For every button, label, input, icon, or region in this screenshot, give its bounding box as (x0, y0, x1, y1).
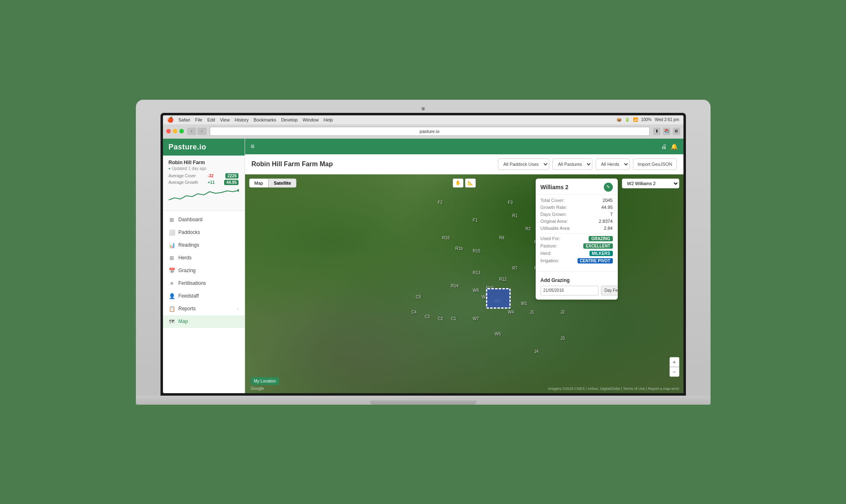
paddock-selector-dropdown[interactable]: W2 Williams 2 (622, 179, 679, 188)
selected-paddock-w2[interactable] (486, 288, 511, 309)
zoom-in-button[interactable]: + (669, 357, 679, 367)
paddock-label-w7: W7 (473, 316, 479, 321)
avg-growth-change: +11 (208, 180, 215, 185)
map-icon: 🗺 (169, 318, 175, 325)
paddock-label-r12: R12 (499, 277, 507, 282)
grazing-icon: 📅 (169, 268, 175, 274)
close-button[interactable] (166, 129, 171, 133)
browser-chrome: ‹ › pasture.io ⬆ 📚 ⚙ (163, 124, 683, 139)
ruler-tool-button[interactable]: 📐 (465, 179, 476, 188)
hand-tool-button[interactable]: ✋ (453, 179, 463, 188)
screen-bezel: 🍎 Safari File Edit View History Bookmark… (160, 113, 686, 396)
original-area-label: Original Area: (541, 219, 568, 224)
paddock-label-j1: J1 (530, 310, 534, 314)
growth-rate-value: 44.95 (601, 205, 613, 210)
readings-label: Readings (179, 242, 199, 248)
sidebar-item-reports[interactable]: 📋 Reports ‹ (163, 302, 245, 315)
fullscreen-button[interactable] (179, 129, 184, 133)
paddock-uses-filter[interactable]: All Paddock Uses (498, 158, 549, 170)
import-geojson-button[interactable]: Import GeoJSON (633, 158, 676, 170)
map-zoom-controls: + − (669, 357, 679, 377)
paddock-label-c5: C5 (416, 295, 421, 299)
sidebar-item-map[interactable]: 🗺 Map (163, 315, 245, 328)
total-cover-label: Total Cover: (541, 198, 565, 203)
reports-arrow: ‹ (237, 307, 238, 311)
herds-filter[interactable]: All Herds (596, 158, 630, 170)
sidebar-item-readings[interactable]: 📊 Readings (163, 239, 245, 252)
apple-icon[interactable]: 🍎 (167, 117, 174, 123)
feedstaff-icon: 👤 (169, 293, 175, 299)
original-area-row: Original Area: 2.8374 (541, 219, 613, 224)
paddock-label-c1: C1 (451, 316, 456, 321)
bookmark-icon[interactable]: 📚 (663, 128, 670, 135)
add-grazing-row: Day Feed Add (541, 286, 613, 296)
sidebar-item-fertilisations[interactable]: ≡ Fertilisations (163, 277, 245, 290)
history-menu[interactable]: History (235, 117, 249, 122)
tab-satellite[interactable]: Satellite (268, 179, 296, 188)
grazing-type-select[interactable]: Day Feed (601, 286, 618, 296)
sidebar-item-feedstaff[interactable]: 👤 Feedstaff (163, 290, 245, 302)
growth-rate-row: Growth Rate: 44.95 (541, 205, 613, 210)
used-for-value: GRAZING (589, 236, 612, 241)
avg-cover-change: -32 (208, 174, 213, 178)
herd-label: Herd: (541, 251, 552, 256)
paddock-label-c4: C4 (411, 310, 417, 314)
forward-button[interactable]: › (197, 128, 206, 135)
farm-updated: ● Updated 1 day ago (169, 166, 239, 171)
view-menu[interactable]: View (220, 117, 230, 122)
help-menu[interactable]: Help (323, 117, 333, 122)
hamburger-menu[interactable]: ≡ (251, 143, 254, 150)
panel-edit-button[interactable]: ✎ (604, 183, 613, 192)
map-label: Map (179, 318, 188, 324)
update-text: Updated 1 day ago (172, 166, 206, 171)
notification-icon[interactable]: 🔔 (671, 143, 678, 150)
sidebar-logo: Pasture.io (163, 139, 245, 156)
paddock-label-r16: R16 (442, 236, 449, 240)
paddock-label-r15: R15 (473, 249, 480, 253)
paddock-label-f1: F1 (473, 218, 478, 222)
sidebar-item-dashboard[interactable]: ⊞ Dashboard (163, 213, 245, 226)
paddock-label-f3: F3 (508, 200, 513, 205)
develop-menu[interactable]: Develop (281, 117, 298, 122)
grazing-date-input[interactable] (541, 286, 598, 296)
sidebar-item-paddocks[interactable]: ⬜ Paddocks (163, 226, 245, 239)
print-icon[interactable]: 🖨 (661, 143, 667, 150)
map-view: Map Satellite ✋ 📐 (245, 174, 683, 393)
zoom-out-button[interactable]: − (669, 367, 679, 377)
map-container[interactable]: Map Satellite ✋ 📐 (245, 174, 683, 393)
app-topbar: ≡ 🖨 🔔 (245, 139, 683, 154)
pastures-filter[interactable]: All Pastures (553, 158, 592, 170)
bookmarks-menu[interactable]: Bookmarks (254, 117, 276, 122)
file-menu[interactable]: File (195, 117, 202, 122)
panel-divider-1 (541, 233, 613, 234)
share-icon[interactable]: ⬆ (653, 128, 660, 135)
window-menu[interactable]: Window (303, 117, 319, 122)
sidebar-item-herds[interactable]: ⊞ Herds (163, 252, 245, 264)
os-menubar: 🍎 Safari File Edit View History Bookmark… (163, 115, 683, 124)
minimize-button[interactable] (173, 129, 177, 133)
safari-menu[interactable]: Safari (179, 117, 190, 122)
dropbox-icon: 📦 (617, 117, 621, 122)
paddocks-label: Paddocks (179, 229, 200, 235)
avg-growth-value: 44.95 (224, 180, 238, 185)
days-grown-value: 7 (610, 212, 612, 217)
os-bar-right: 📦 🔋 📶 100% Wed 2:61 pm (617, 117, 679, 122)
macbook-base (136, 396, 711, 405)
address-bar[interactable]: pasture.io (210, 127, 650, 136)
topbar-right: 🖨 🔔 (661, 143, 678, 150)
feedstaff-label: Feedstaff (179, 293, 199, 299)
logo-text: Pasture.io (169, 143, 206, 151)
paddock-info-panel: Williams 2 ✎ Total Cover: 2045 (536, 179, 618, 300)
paddocks-icon: ⬜ (169, 229, 175, 236)
edit-menu[interactable]: Edit (207, 117, 215, 122)
google-watermark: Google (251, 386, 264, 391)
tab-map[interactable]: Map (249, 179, 268, 188)
my-location-button[interactable]: My Location (251, 377, 280, 385)
paddock-label-f2: F2 (438, 200, 442, 205)
paddock-label-w5: W5 (495, 332, 501, 336)
sidebar-item-grazing[interactable]: 📅 Grazing (163, 264, 245, 277)
extensions-icon[interactable]: ⚙ (673, 128, 680, 135)
panel-body: Total Cover: 2045 Growth Rate: 44.95 (536, 195, 618, 269)
back-button[interactable]: ‹ (187, 128, 196, 135)
main-content: ≡ 🖨 🔔 Robin Hill Farm Farm Map A (245, 139, 683, 393)
